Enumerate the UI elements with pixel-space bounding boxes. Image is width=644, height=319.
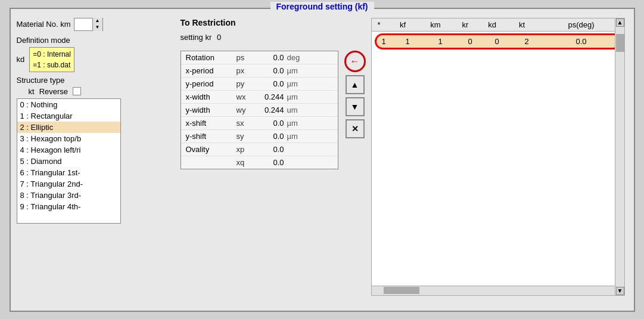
kd-option-1[interactable]: =1 : sub.dat [33,60,71,70]
structure-list-item[interactable]: 7 : Triangular 2nd- [17,178,120,190]
th-ps: ps(deg) [539,20,624,29]
td-km: 1 [424,37,457,46]
param-name: y-shift [186,132,237,141]
param-value[interactable]: 0.244 [251,106,284,114]
kd-row: kd =0 : Internal =1 : sub.dat [17,47,178,72]
structure-list-item[interactable]: 1 : Rectangular [17,110,120,122]
structure-list-item[interactable]: 5 : Diamond [17,156,120,167]
param-value[interactable]: 0.244 [251,92,284,101]
reverse-checkbox[interactable] [73,87,81,95]
material-spinner[interactable]: 1 ▲ ▼ [74,18,103,31]
left-section: Material No. km 1 ▲ ▼ Definition mode kd… [17,18,178,224]
structure-list-item[interactable]: 6 : Triangular 1st- [17,167,120,178]
structure-list-item[interactable]: 4 : Hexagon left/ri [17,144,120,156]
th-kd: kd [479,20,506,29]
param-short: wy [237,106,251,114]
structure-label: Structure type [17,76,178,85]
scrollbar-bottom[interactable] [372,286,615,295]
structure-type: Structure type kt Reverse 0 : Nothing1 :… [17,76,178,224]
scroll-up-arrow[interactable]: ▲ [616,18,624,27]
param-row: x-shiftsx0.0µm [181,117,338,130]
param-row: y-widthwy0.244um [181,104,338,117]
param-short: sx [237,119,251,128]
th-kr: kr [452,20,479,29]
hscroll-thumb[interactable] [384,287,419,294]
th-kt: kt [506,20,539,29]
param-name: y-width [186,106,237,114]
table-header: * kf km kr kd kt ps(deg) [372,18,624,32]
param-value[interactable]: 0.0 [251,119,284,128]
main-panel: Foreground setting (kf) Material No. km … [10,8,635,312]
structure-list-item[interactable]: 3 : Hexagon top/b [17,133,120,144]
td-star: 1 [377,37,391,46]
param-row: Ovalityxp0.0 [181,143,338,156]
param-name: x-shift [186,119,237,128]
arrow-left-button[interactable]: ← [344,51,366,72]
setting-kr-row: setting kr 0 [181,33,222,42]
param-name: x-period [186,66,237,75]
param-short: py [237,79,251,88]
param-unit: µm [287,66,305,75]
param-value[interactable]: 0.0 [251,79,284,88]
scrollbar-right[interactable]: ▲ ▼ [615,18,624,295]
th-km: km [419,20,452,29]
td-ps: 0.0 [543,37,620,46]
param-value[interactable]: 0.0 [251,66,284,75]
arrow-buttons: ← ▲ ▼ ✕ [344,51,366,138]
delete-button[interactable]: ✕ [346,119,365,138]
th-kf: kf [387,20,419,29]
param-unit: µm [287,132,305,141]
kd-option-0[interactable]: =0 : Internal [33,49,71,60]
structure-list-item[interactable]: 8 : Triangular 3rd- [17,190,120,201]
param-unit: µm [287,92,305,101]
kd-options[interactable]: =0 : Internal =1 : sub.dat [29,47,74,72]
middle-panel: Rotationps0.0degx-periodpx0.0µmy-periodp… [181,51,338,169]
param-row: y-shiftsy0.0µm [181,130,338,143]
param-row: Rotationps0.0deg [181,51,338,64]
param-row: x-widthwx0.244µm [181,91,338,104]
arrow-down-button[interactable]: ▼ [346,97,365,116]
scroll-down-arrow[interactable]: ▼ [616,287,624,295]
param-short: px [237,66,251,75]
material-label: Material No. km [17,20,71,29]
td-kt: 2 [511,37,543,46]
param-unit: µm [287,79,305,88]
param-row: x-periodpx0.0µm [181,64,338,78]
td-kd: 0 [484,37,511,46]
td-kr: 0 [457,37,484,46]
param-name: Rotation [186,53,237,62]
material-input[interactable]: 1 [74,18,92,30]
to-restriction-label: To Restriction [181,18,236,27]
setting-kr-label: setting kr [181,33,212,42]
structure-list-item[interactable]: 9 : Triangular 4th- [17,201,120,212]
spinner-up[interactable]: ▲ [93,18,102,24]
spinner-down[interactable]: ▼ [93,24,102,31]
scrollbar-thumb[interactable] [616,34,624,52]
structure-list-item[interactable]: 0 : Nothing [17,99,120,110]
param-unit: deg [287,53,305,62]
param-name: x-width [186,92,237,101]
arrow-up-button[interactable]: ▲ [346,75,365,94]
param-short: sy [237,132,251,141]
structure-list[interactable]: 0 : Nothing1 : Rectangular2 : Elliptic3 … [17,98,121,224]
param-short: wx [237,92,251,101]
reverse-label: Reverse [39,87,68,96]
param-value[interactable]: 0.0 [251,53,284,62]
param-name: y-period [186,79,237,88]
structure-list-item[interactable]: 2 : Elliptic [17,122,120,133]
param-name: Ovality [186,145,237,154]
param-unit: um [287,106,305,114]
kt-label: kt [29,87,35,96]
spinner-buttons: ▲ ▼ [92,18,102,31]
param-short: xp [237,145,251,154]
param-row: y-periodpy0.0µm [181,78,338,91]
material-row: Material No. km 1 ▲ ▼ [17,18,178,31]
right-panel: * kf km kr kd kt ps(deg) 1 1 1 0 0 2 0.0… [371,18,625,296]
kd-label: kd [17,55,25,64]
td-kf: 1 [391,37,424,46]
panel-title: Foreground setting (kf) [270,2,374,11]
param-value[interactable]: 0.0 [251,158,284,167]
param-value[interactable]: 0.0 [251,145,284,154]
param-value[interactable]: 0.0 [251,132,284,141]
table-row[interactable]: 1 1 1 0 0 2 0.0 [375,33,621,49]
